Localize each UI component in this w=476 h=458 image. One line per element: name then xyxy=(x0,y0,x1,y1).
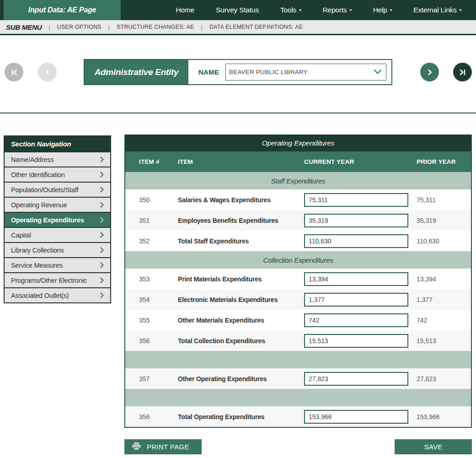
prior-year-value: 27,823 xyxy=(417,375,471,383)
item-label: Other Materials Expenditures xyxy=(178,317,304,324)
table-row: 350 Salaries & Wages Expenditures 75,311 xyxy=(125,189,471,210)
active-page-tab-label: Input Data: AE Page xyxy=(28,6,96,14)
table-section-row xyxy=(125,351,471,368)
prior-year-value: 13,394 xyxy=(417,275,471,283)
caret-down-icon: ▾ xyxy=(299,8,301,12)
menu-item[interactable]: Help▾ xyxy=(373,6,392,14)
chevron-right-icon xyxy=(100,171,104,178)
page: Input Data: AE Page Home Survey Status T… xyxy=(0,0,476,458)
current-year-input[interactable] xyxy=(304,214,408,227)
caret-down-icon: ▾ xyxy=(390,8,392,12)
prior-year-value: 75,311 xyxy=(417,196,471,204)
sub-menu-bar: SUB MENU |USER OPTIONS |STRUCTURE CHANGE… xyxy=(0,20,476,35)
first-record-button[interactable] xyxy=(5,63,23,81)
chevron-right-icon xyxy=(100,247,104,253)
sidebar-item[interactable]: Population/Outlets/Staff xyxy=(5,182,110,197)
next-record-button[interactable] xyxy=(420,63,439,81)
chevron-right-icon xyxy=(100,201,104,208)
table-row: 352 Total Staff Expenditures 110,630 xyxy=(125,231,471,251)
prior-year-value: 110,630 xyxy=(417,237,471,245)
sidebar-item[interactable]: Capital xyxy=(5,227,110,242)
chevron-right-icon xyxy=(100,277,104,284)
current-year-input[interactable] xyxy=(304,313,408,327)
save-label: SAVE xyxy=(424,443,442,451)
menu-item[interactable]: Home xyxy=(176,6,195,14)
table-row: 355 Other Materials Expenditures 742 xyxy=(125,310,471,330)
caret-down-icon: ▾ xyxy=(460,8,461,12)
item-label: Other Operating Expenditures xyxy=(178,375,304,383)
entity-name-select[interactable]: BEAVER PUBLIC LIBRARY xyxy=(225,64,386,81)
chevron-right-icon xyxy=(425,67,435,77)
col-header-item: ITEM xyxy=(178,158,304,165)
table-row: 353 Print Materials Expenditures 13,394 xyxy=(125,269,471,289)
item-label: Salaries & Wages Expenditures xyxy=(178,196,304,204)
sidebar-item[interactable]: Programs/Other Electronic xyxy=(5,272,110,287)
sub-menu-item[interactable]: USER OPTIONS xyxy=(57,24,102,30)
item-number: 355 xyxy=(139,317,178,324)
entity-type-label: Administrative Entity xyxy=(85,60,188,84)
separator: | xyxy=(201,24,203,31)
menu-item[interactable]: Tools▾ xyxy=(280,6,301,14)
printer-icon xyxy=(132,442,141,452)
chevron-right-icon xyxy=(100,292,104,299)
current-year-input[interactable] xyxy=(304,234,408,248)
sub-menu-item[interactable]: DATA ELEMENT DEFINITIONS: AE xyxy=(209,24,303,30)
item-label: Print Materials Expenditures xyxy=(178,275,304,283)
print-page-label: PRINT PAGE xyxy=(147,443,189,451)
sub-menu-item[interactable]: STRUCTURE CHANGES: AE xyxy=(117,24,194,30)
item-number: 350 xyxy=(139,196,178,204)
table-title: Operating Expenditures xyxy=(125,135,471,151)
current-year-input[interactable] xyxy=(304,334,408,348)
current-year-input[interactable] xyxy=(304,193,408,207)
first-record-icon xyxy=(9,67,19,77)
item-label: Total Operating Expenditures xyxy=(178,413,304,420)
item-label: Total Collection Expenditures xyxy=(178,337,304,345)
last-record-button[interactable] xyxy=(453,63,472,81)
chevron-right-icon xyxy=(100,216,104,223)
entity-selector-bar: Administrative Entity NAME BEAVER PUBLIC… xyxy=(84,59,392,85)
menu-item[interactable]: External Links▾ xyxy=(413,6,461,14)
current-year-input[interactable] xyxy=(304,372,408,386)
chevron-right-icon xyxy=(100,262,104,269)
table-header-row: ITEM # ITEM CURRENT YEAR PRIOR YEAR xyxy=(125,151,471,172)
sidebar-item[interactable]: Operating Expenditures xyxy=(5,212,110,227)
sidebar-item[interactable]: Service Measures xyxy=(5,257,110,272)
section-divider xyxy=(0,113,476,113)
print-page-button[interactable]: PRINT PAGE xyxy=(124,439,202,454)
item-label: Electronic Materials Expenditures xyxy=(178,296,304,303)
table-section-row: Collection Expenditures xyxy=(125,251,471,269)
main-menu: Home Survey Status Tools▾ Reports▾ Help▾… xyxy=(121,0,476,20)
operating-expenditures-table: Operating Expenditures ITEM # ITEM CURRE… xyxy=(124,135,472,428)
chevron-right-icon xyxy=(100,186,104,193)
item-number: 353 xyxy=(139,275,178,283)
last-record-icon xyxy=(458,67,468,77)
chevron-left-icon xyxy=(43,67,53,77)
sidebar-item[interactable]: Associated Outlet(s) xyxy=(5,287,110,302)
entity-name-area: NAME BEAVER PUBLIC LIBRARY xyxy=(188,60,391,84)
caret-down-icon: ▾ xyxy=(349,8,351,12)
previous-record-button[interactable] xyxy=(38,63,57,81)
menu-item[interactable]: Reports▾ xyxy=(323,6,352,14)
sidebar-item[interactable]: Operating Revenue xyxy=(5,197,110,212)
sidebar-item[interactable]: Other Identification xyxy=(5,167,110,182)
current-year-input[interactable] xyxy=(304,272,408,286)
item-label: Total Staff Expenditures xyxy=(178,237,304,245)
sub-menu-title: SUB MENU xyxy=(6,23,42,31)
table-body: Staff Expenditures 350 Salaries & Wages … xyxy=(125,172,471,427)
separator: | xyxy=(108,24,110,31)
current-year-input[interactable] xyxy=(304,410,408,424)
top-nav: Input Data: AE Page Home Survey Status T… xyxy=(0,0,476,20)
table-row: 356 Total Collection Expenditures 15,513 xyxy=(125,330,471,351)
active-page-tab[interactable]: Input Data: AE Page xyxy=(4,0,121,20)
save-button[interactable]: SAVE xyxy=(395,439,472,454)
name-label: NAME xyxy=(198,68,219,76)
table-row: 354 Electronic Materials Expenditures 1,… xyxy=(125,289,471,310)
current-year-input[interactable] xyxy=(304,293,408,307)
sidebar-item[interactable]: Library Collections xyxy=(5,242,110,257)
sub-menu-items: |USER OPTIONS |STRUCTURE CHANGES: AE |DA… xyxy=(42,24,303,31)
col-header-item-num: ITEM # xyxy=(139,158,178,165)
item-number: 358 xyxy=(139,413,178,420)
table-section-row: Staff Expenditures xyxy=(125,172,471,189)
sidebar-item[interactable]: Name/Address xyxy=(5,151,110,167)
menu-item[interactable]: Survey Status xyxy=(216,6,259,14)
